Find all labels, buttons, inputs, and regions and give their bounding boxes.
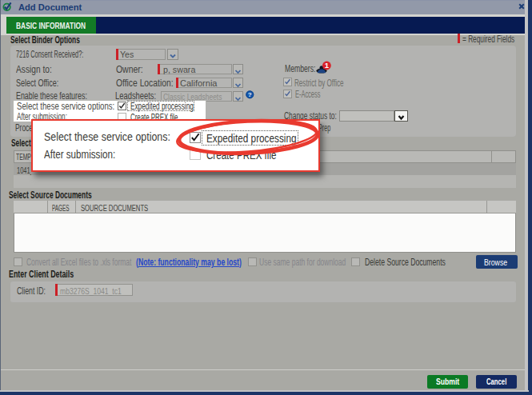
- svg-text:1: 1: [325, 61, 330, 70]
- svg-text:?: ?: [247, 91, 251, 98]
